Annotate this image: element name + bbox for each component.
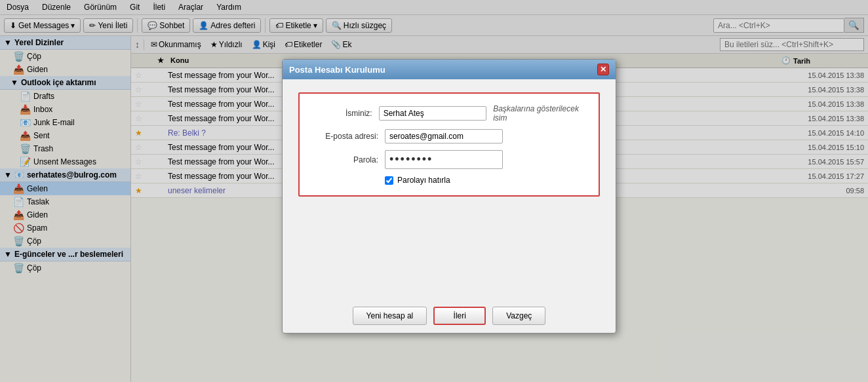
password-input[interactable] xyxy=(385,150,503,169)
remember-password-label: Parolayı hatırla xyxy=(397,176,450,185)
email-input[interactable] xyxy=(385,129,503,143)
form-row-email: E-posta adresi: xyxy=(313,129,585,143)
remember-password-checkbox[interactable] xyxy=(385,176,393,185)
form-row-name: İsminiz: Başkalarına gösterilecek isim xyxy=(313,104,585,123)
name-input[interactable] xyxy=(379,106,486,121)
new-account-button[interactable]: Yeni hesap al xyxy=(353,307,427,325)
account-form-section: İsminiz: Başkalarına gösterilecek isim E… xyxy=(298,92,600,197)
email-label: E-posta adresi: xyxy=(313,132,385,141)
form-row-remember: Parolayı hatırla xyxy=(313,176,585,185)
password-label: Parola: xyxy=(313,155,385,164)
dialog-close-button[interactable]: ✕ xyxy=(597,64,609,75)
form-row-password: Parola: xyxy=(313,150,585,169)
name-hint: Başkalarına gösterilecek isim xyxy=(493,104,585,123)
cancel-button[interactable]: Vazgeç xyxy=(492,307,545,325)
dialog-content-empty xyxy=(298,207,600,286)
dialog-title-text: Posta Hesabı Kurulumu xyxy=(289,65,385,75)
dialog-titlebar: Posta Hesabı Kurulumu ✕ xyxy=(283,60,616,79)
next-button[interactable]: İleri xyxy=(433,307,486,325)
account-setup-dialog: Posta Hesabı Kurulumu ✕ İsminiz: Başkala… xyxy=(282,59,616,334)
dialog-footer: Yeni hesap al İleri Vazgeç xyxy=(283,299,616,333)
dialog-body: İsminiz: Başkalarına gösterilecek isim E… xyxy=(283,79,616,299)
name-label: İsminiz: xyxy=(313,109,379,118)
